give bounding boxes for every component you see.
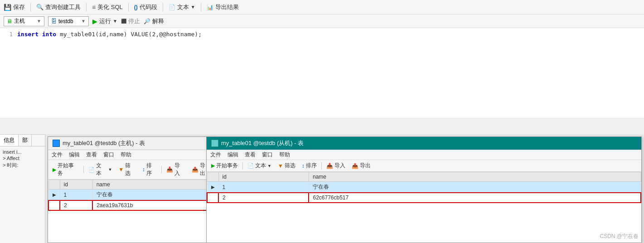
begin-transaction-right[interactable]: ▶ 开始事务 [209,161,240,170]
import-right[interactable]: 📥 导入 [324,161,347,170]
explain-icon: 🔎 [144,18,150,24]
table-title-bar-right: my_table01 @testdb (从机) - 表 [207,137,641,150]
sql-editor[interactable]: 1 insert into my_table01(id,name) VALUE(… [0,28,644,119]
table-row[interactable]: ▶ 1 宁在春 [207,182,641,193]
row-arrow-right-2 [207,193,218,203]
table-action-bar-left: ▶ 开始事务 📄 文本 ▼ ▼ 筛选 ↕ 排序 [48,160,215,180]
begin-icon-left: ▶ [53,167,56,173]
begin-transaction-left[interactable]: ▶ 开始事务 [51,161,81,178]
stop-label: 停止 [128,17,140,25]
table-menu-view-right[interactable]: 查看 [245,151,256,159]
text-button[interactable]: 📄 文本 ▼ [169,3,195,11]
run-label: 运行 [99,17,111,25]
export-icon-right: 📤 [352,163,358,169]
cell-name-right-2: 62c6776cb517 [309,193,641,203]
table-grid-icon-right [211,140,218,147]
run-button[interactable]: ▶ 运行 ▼ [92,17,117,25]
import-icon-left: 📥 [166,166,173,173]
filter-left[interactable]: ▼ 筛选 [116,161,137,178]
explain-label: 解释 [152,17,164,25]
beautify-label: 美化 SQL [97,3,123,11]
beautify-icon: ≡ [92,4,96,11]
table-menu-file-left[interactable]: 文件 [52,151,63,159]
begin-icon-right: ▶ [211,163,215,169]
action-sep2-left [161,166,162,173]
filter-right[interactable]: ▼ 筛选 [276,161,297,170]
text-label: 文本 [177,3,189,11]
info-line-2: > Affect [3,156,42,161]
table-menu-edit-left[interactable]: 编辑 [69,151,80,159]
export-right[interactable]: 📤 导出 [350,161,373,170]
cell-id-left-1: 1 [60,190,92,201]
save-button[interactable]: 保存 [4,3,25,11]
cell-id-left-2: 2 [60,200,92,210]
text-action-right[interactable]: 📄 文本 ▼ [246,161,273,170]
table-menu-help-left[interactable]: 帮助 [121,151,131,159]
editor-line-1: 1 insert into my_table01(id,name) VALUE(… [4,30,640,39]
table-row[interactable]: 2 2aea19a7631b [48,200,214,210]
text-icon: 📄 [169,4,175,10]
text-dropdown-icon: ▼ [191,5,195,10]
table-window-right: my_table01 @testdb (从机) - 表 文件 编辑 查看 窗口 … [206,136,642,243]
export-label: 导出结果 [215,3,239,11]
text-dropdown-right: ▼ [267,164,271,168]
table-menu-window-left[interactable]: 窗口 [103,151,114,159]
table-row[interactable]: ▶ 1 宁在春 [48,190,214,201]
action-sep1-left [83,166,84,173]
info-tab[interactable]: 信息 [0,135,19,146]
table-menu-help-right[interactable]: 帮助 [279,151,290,159]
row-arrow-left-2 [48,200,60,210]
save-label: 保存 [13,3,25,11]
sql-code-1: insert into my_table01(id,name) VALUE(2,… [17,31,202,38]
code-segment-button[interactable]: () 代码段 [134,3,157,11]
table-grid-icon-left [53,140,60,147]
filter-icon-left: ▼ [118,166,124,173]
text-action-icon-left: 📄 [88,167,95,173]
data-table-right: id name ▶ 1 宁在春 2 62c6776cb517 [207,172,641,203]
host-arrow-icon: ▼ [37,19,41,24]
db-value: testdb [58,18,73,24]
watermark: CSDN @宁在春 [600,233,639,240]
sort-right[interactable]: ↕ 排序 [300,161,319,170]
info-line-3: > 时间: [3,162,42,169]
code-label: 代码段 [140,3,157,11]
query-tool-button[interactable]: 🔍 查询创建工具 [36,3,81,11]
cell-name-left-2: 2aea19a7631b [92,200,214,210]
beautify-button[interactable]: ≡ 美化 SQL [92,3,123,11]
explain-button[interactable]: 🔎 解释 [144,17,164,25]
text-action-left[interactable]: 📄 文本 ▼ [87,161,114,178]
sep3 [128,3,129,11]
table-menu-edit-right[interactable]: 编辑 [228,151,238,159]
import-left[interactable]: 📥 导入 [165,161,187,178]
left-panel: 信息 部 insert i... > Affect > 时间: [0,134,45,243]
table-menu-file-right[interactable]: 文件 [210,151,221,159]
bottom-section: 信息 部 insert i... > Affect > 时间: my_table… [0,134,644,243]
play-icon: ▶ [92,18,97,25]
stop-button[interactable]: ⬛ 停止 [121,17,140,25]
table-title-right: my_table01 @testdb (从机) - 表 [221,139,304,147]
query-tool-icon: 🔍 [36,4,44,10]
sort-left[interactable]: ↕ 排序 [140,161,159,178]
table-menu-left: 文件 编辑 查看 窗口 帮助 [48,150,215,160]
part-tab[interactable]: 部 [19,135,32,146]
th-id-left: id [60,180,92,190]
row-arrow-left-1: ▶ [48,190,60,201]
table-title-left: my_table01 @testdb (主机) - 表 [63,139,145,147]
run-dropdown-icon: ▼ [113,19,117,24]
table-menu-window-right[interactable]: 窗口 [262,151,273,159]
table-row[interactable]: 2 62c6776cb517 [207,193,641,203]
host-icon: 🖥 [7,18,12,24]
db-select[interactable]: 🗄 testdb ▼ [48,16,89,26]
sep1 [30,3,31,11]
host-value: 主机 [14,17,25,25]
cell-name-right-1: 宁在春 [309,182,641,193]
export-button[interactable]: 📊 导出结果 [207,3,239,11]
table-menu-right: 文件 编辑 查看 窗口 帮助 [207,150,641,160]
table-menu-view-left[interactable]: 查看 [86,151,97,159]
query-tool-label: 查询创建工具 [45,3,81,11]
left-panel-tabs: 信息 部 [0,135,45,146]
host-select[interactable]: 🖥 主机 ▼ [4,16,44,26]
action-sep1-right [242,162,243,170]
th-name-left: name [92,180,214,190]
th-arrow-left [48,180,60,190]
